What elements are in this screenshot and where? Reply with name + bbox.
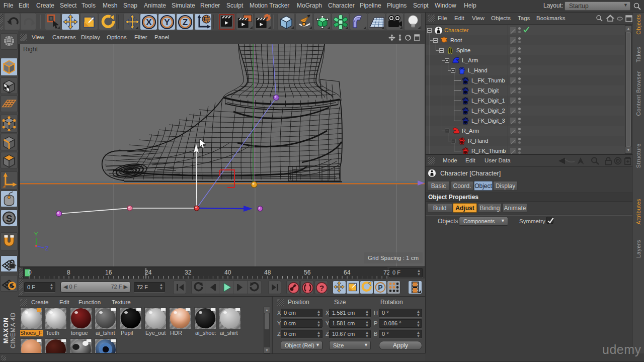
svg-text:CINEMA 4D: CINEMA 4D bbox=[10, 312, 17, 348]
svg-text:?: ? bbox=[319, 284, 324, 292]
svg-text:Right: Right bbox=[23, 46, 38, 53]
svg-text:S: S bbox=[6, 213, 13, 224]
svg-text:Y: Y bbox=[164, 18, 170, 27]
svg-text:Z: Z bbox=[183, 18, 188, 27]
svg-text:Y: Y bbox=[34, 231, 38, 237]
svg-text:X: X bbox=[146, 18, 152, 27]
svg-text:Grid Spacing : 1 cm: Grid Spacing : 1 cm bbox=[368, 255, 419, 261]
svg-text:MAXON: MAXON bbox=[3, 317, 10, 343]
svg-text:P: P bbox=[378, 284, 382, 292]
svg-text:Z: Z bbox=[45, 245, 49, 251]
